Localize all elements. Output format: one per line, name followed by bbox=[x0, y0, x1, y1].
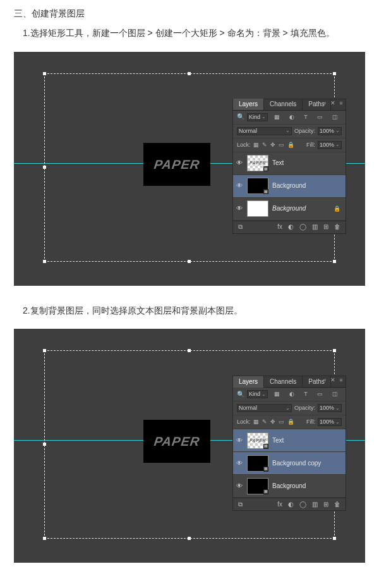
handle-top-left[interactable] bbox=[43, 72, 46, 75]
filter-row: 🔍 Kind⌄ ▦ ◐ T ▭ ◫ bbox=[233, 388, 346, 401]
handle-top-right[interactable] bbox=[333, 72, 336, 75]
lock-artboard-icon[interactable]: ▭ bbox=[279, 419, 284, 426]
lock-artboard-icon[interactable]: ▭ bbox=[279, 142, 284, 149]
layer-name[interactable]: Background copy bbox=[272, 460, 321, 467]
layers-panel[interactable]: Layers Channels Paths « ✕ ≡ 🔍 Kind⌄ ▦ ◐ … bbox=[232, 376, 346, 511]
new-layer-icon[interactable]: ⊞ bbox=[323, 223, 328, 231]
blend-mode-dropdown[interactable]: Normal⌄ bbox=[237, 127, 292, 135]
handle-bot-left[interactable] bbox=[43, 260, 46, 263]
lock-position-icon[interactable]: ✥ bbox=[270, 419, 275, 426]
visibility-toggle-icon[interactable]: 👁 bbox=[236, 205, 243, 212]
link-layers-icon[interactable]: ⧉ bbox=[238, 501, 243, 508]
delete-icon[interactable]: 🗑 bbox=[334, 223, 340, 231]
handle-top-mid[interactable] bbox=[188, 349, 191, 352]
opacity-value[interactable]: 100%⌄ bbox=[318, 404, 342, 412]
layer-row[interactable]: 👁 Background 🔒 bbox=[233, 198, 346, 221]
group-icon[interactable]: ▥ bbox=[312, 501, 318, 508]
lock-position-icon[interactable]: ✥ bbox=[270, 142, 275, 149]
fill-value[interactable]: 100%⌄ bbox=[318, 418, 342, 426]
visibility-toggle-icon[interactable]: 👁 bbox=[236, 182, 243, 190]
layers-panel[interactable]: Layers Channels Paths « ✕ ≡ 🔍 Kind⌄ ▦ ◐ … bbox=[232, 99, 346, 234]
layer-row[interactable]: 👁 ▣ Background bbox=[233, 475, 346, 498]
filter-type-icon[interactable]: T bbox=[304, 391, 308, 398]
kind-dropdown[interactable]: Kind⌄ bbox=[247, 390, 268, 398]
layer-name[interactable]: Background bbox=[272, 205, 306, 212]
canvas-rectangle[interactable]: PAPER bbox=[143, 143, 210, 186]
opacity-value[interactable]: 100%⌄ bbox=[318, 127, 342, 135]
link-layers-icon[interactable]: ⧉ bbox=[238, 223, 243, 231]
blend-mode-dropdown[interactable]: Normal⌄ bbox=[237, 404, 292, 412]
blend-row: Normal⌄ Opacity: 100%⌄ bbox=[233, 125, 346, 138]
visibility-toggle-icon[interactable]: 👁 bbox=[236, 482, 243, 490]
filter-smart-icon[interactable]: ◫ bbox=[332, 391, 338, 398]
close-icon[interactable]: ✕ bbox=[330, 377, 336, 384]
visibility-toggle-icon[interactable]: 👁 bbox=[236, 460, 243, 467]
step-2-text: 2.复制背景图层，同时选择原文本图层和背景副本图层。 bbox=[0, 301, 379, 329]
fx-icon[interactable]: fx bbox=[277, 501, 282, 508]
mask-icon[interactable]: ◐ bbox=[288, 501, 294, 508]
visibility-toggle-icon[interactable]: 👁 bbox=[236, 437, 243, 444]
menu-icon[interactable]: ≡ bbox=[338, 100, 344, 107]
handle-top-mid[interactable] bbox=[188, 72, 191, 75]
layer-thumbnail[interactable]: ▣ bbox=[247, 478, 268, 494]
layer-thumbnail[interactable]: ▣ bbox=[247, 178, 268, 194]
handle-mid-left[interactable] bbox=[43, 443, 46, 446]
group-icon[interactable]: ▥ bbox=[312, 223, 318, 231]
filter-type-icon[interactable]: T bbox=[304, 114, 308, 121]
layer-name[interactable]: Background bbox=[272, 482, 306, 490]
lock-transparency-icon[interactable]: ▦ bbox=[253, 419, 259, 426]
layer-name[interactable]: Text bbox=[272, 159, 284, 167]
canvas-rectangle[interactable]: PAPER bbox=[143, 420, 210, 463]
filter-pixel-icon[interactable]: ▦ bbox=[274, 114, 280, 121]
layer-thumbnail[interactable] bbox=[247, 200, 268, 217]
adjustment-icon[interactable]: ◯ bbox=[299, 223, 306, 231]
layer-thumbnail[interactable]: PAPER▣ bbox=[247, 432, 268, 449]
search-icon[interactable]: 🔍 bbox=[237, 391, 244, 398]
close-icon[interactable]: ✕ bbox=[330, 100, 336, 107]
layer-name[interactable]: Background bbox=[272, 182, 306, 190]
handle-bot-left[interactable] bbox=[43, 537, 46, 540]
menu-icon[interactable]: ≡ bbox=[338, 377, 344, 384]
filter-smart-icon[interactable]: ◫ bbox=[332, 114, 338, 121]
filter-pixel-icon[interactable]: ▦ bbox=[274, 391, 280, 398]
handle-mid-left[interactable] bbox=[43, 166, 46, 169]
tab-channels[interactable]: Channels bbox=[264, 376, 303, 388]
layer-row[interactable]: 👁 ▣ Background bbox=[233, 175, 346, 198]
layer-row[interactable]: 👁 ▣ Background copy bbox=[233, 452, 346, 475]
delete-icon[interactable]: 🗑 bbox=[334, 501, 340, 508]
tab-layers[interactable]: Layers bbox=[233, 99, 264, 110]
lock-all-icon[interactable]: 🔒 bbox=[287, 419, 294, 426]
layer-row[interactable]: 👁 PAPER▣ Text bbox=[233, 429, 346, 452]
layer-thumbnail[interactable]: ▣ bbox=[247, 455, 268, 472]
kind-dropdown[interactable]: Kind⌄ bbox=[247, 113, 268, 121]
lock-pixels-icon[interactable]: ✎ bbox=[262, 419, 267, 426]
tab-layers[interactable]: Layers bbox=[233, 376, 264, 388]
handle-bot-mid[interactable] bbox=[188, 260, 191, 263]
lock-transparency-icon[interactable]: ▦ bbox=[253, 142, 259, 149]
filter-adjust-icon[interactable]: ◐ bbox=[289, 114, 294, 121]
handle-bot-mid[interactable] bbox=[188, 537, 191, 540]
canvas-paper-text: PAPER bbox=[152, 150, 202, 178]
tab-channels[interactable]: Channels bbox=[264, 99, 303, 110]
collapse-icon[interactable]: « bbox=[322, 377, 328, 384]
new-layer-icon[interactable]: ⊞ bbox=[323, 501, 328, 508]
layer-name[interactable]: Text bbox=[272, 437, 284, 444]
mask-icon[interactable]: ◐ bbox=[288, 223, 294, 231]
lock-all-icon[interactable]: 🔒 bbox=[287, 142, 294, 149]
lock-pixels-icon[interactable]: ✎ bbox=[262, 142, 267, 149]
fill-value[interactable]: 100%⌄ bbox=[318, 141, 342, 149]
handle-bot-right[interactable] bbox=[333, 537, 336, 540]
filter-shape-icon[interactable]: ▭ bbox=[317, 391, 323, 398]
fx-icon[interactable]: fx bbox=[277, 223, 282, 231]
handle-top-right[interactable] bbox=[333, 349, 336, 352]
handle-top-left[interactable] bbox=[43, 349, 46, 352]
layer-row[interactable]: 👁 PAPER▣ Text bbox=[233, 152, 346, 175]
search-icon[interactable]: 🔍 bbox=[237, 113, 244, 121]
handle-bot-right[interactable] bbox=[333, 260, 336, 263]
collapse-icon[interactable]: « bbox=[322, 100, 328, 107]
filter-shape-icon[interactable]: ▭ bbox=[317, 114, 323, 121]
filter-adjust-icon[interactable]: ◐ bbox=[289, 391, 294, 398]
visibility-toggle-icon[interactable]: 👁 bbox=[236, 159, 243, 167]
layer-thumbnail[interactable]: PAPER▣ bbox=[247, 155, 268, 171]
adjustment-icon[interactable]: ◯ bbox=[299, 501, 306, 508]
